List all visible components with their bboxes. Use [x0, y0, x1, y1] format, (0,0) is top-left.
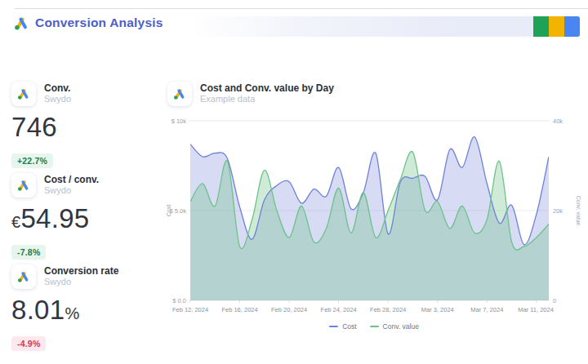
kpi-title: Conv. — [44, 82, 71, 94]
green-square — [533, 16, 549, 37]
chart-legend: Cost Conv. value — [163, 322, 585, 331]
x-axis-tick: Feb 20, 2024 — [271, 306, 307, 313]
header-accent-bar — [188, 16, 580, 37]
legend-label: Cost — [342, 322, 356, 331]
google-ads-icon — [11, 173, 36, 198]
kpi-value: 746 — [11, 112, 158, 146]
conv-value-legend-dash-icon — [370, 326, 379, 327]
legend-item-conv-value[interactable]: Conv. value — [370, 322, 419, 331]
x-axis-tick: Mar 11, 2024 — [518, 306, 554, 313]
y-axis-right-tick: 0 — [553, 297, 556, 304]
kpi-value-number: 8.01 — [11, 295, 65, 325]
conversion-analysis-page: Conversion Analysis Conv. Swydo 746 +22.… — [0, 0, 588, 364]
x-axis-tick: Feb 24, 2024 — [321, 306, 357, 313]
kpi-value-suffix: % — [65, 304, 79, 322]
y-axis-right-tick: 20k — [553, 207, 563, 215]
delta-badge: -7.8% — [11, 245, 46, 260]
y-axis-left-tick: $ 0.0 — [172, 297, 186, 304]
x-axis-tick: Feb 12, 2024 — [172, 306, 208, 313]
kpi-title: Cost / conv. — [44, 173, 99, 185]
kpi-value-number: 54.95 — [20, 203, 89, 233]
google-ads-icon — [11, 264, 36, 289]
google-ads-icon — [14, 16, 29, 31]
legend-label: Conv. value — [383, 322, 419, 331]
cost-legend-dash-icon — [329, 326, 338, 327]
y-axis-left-title: Cost — [166, 205, 172, 216]
page-title: Conversion Analysis — [35, 16, 163, 30]
google-ads-icon — [167, 82, 192, 106]
blue-square — [564, 16, 580, 37]
delta-badge: +22.7% — [11, 153, 53, 168]
kpi-value-number: 746 — [11, 112, 57, 142]
kpi-value-prefix: € — [11, 213, 20, 231]
kpi-value: €54.95 — [11, 203, 158, 237]
kpi-card-cost-per-conv: Cost / conv. Swydo €54.95 -7.8% — [11, 173, 158, 260]
legend-item-cost[interactable]: Cost — [329, 322, 356, 331]
report-header: Conversion Analysis — [0, 9, 588, 47]
x-axis-tick: Mar 3, 2024 — [421, 306, 454, 313]
x-axis-tick: Mar 7, 2024 — [470, 306, 503, 313]
kpi-card-conversion-rate: Conversion rate Swydo 8.01% -4.9% — [11, 264, 158, 351]
delta-badge: -4.9% — [11, 336, 46, 351]
kpi-title: Conversion rate — [44, 264, 118, 277]
y-axis-left-tick: $ 10k — [172, 118, 187, 125]
timeseries-chart: $ 0.0$ 5.0k$ 10k020k40kCostConv. valueFe… — [163, 114, 585, 320]
kpi-value: 8.01% — [11, 295, 158, 329]
yellow-square — [549, 16, 564, 37]
kpi-source: Swydo — [44, 277, 118, 287]
chart-subtitle: Example data — [200, 94, 334, 104]
chart-title: Cost and Conv. value by Day — [200, 82, 334, 94]
brand-color-squares — [533, 16, 580, 37]
y-axis-right-title: Conv. value — [576, 196, 581, 226]
x-axis-tick: Feb 16, 2024 — [221, 306, 257, 313]
y-axis-left-tick: $ 5.0k — [170, 207, 187, 215]
chart-header: Cost and Conv. value by Day Example data — [167, 82, 334, 106]
kpi-source: Swydo — [44, 185, 99, 196]
google-ads-icon — [11, 82, 36, 106]
kpi-card-conversions: Conv. Swydo 746 +22.7% — [11, 82, 158, 168]
kpi-source: Swydo — [44, 94, 71, 104]
chart-widget: Cost and Conv. value by Day Example data… — [163, 82, 585, 351]
y-axis-right-tick: 40k — [553, 118, 563, 125]
x-axis-tick: Feb 28, 2024 — [370, 306, 406, 313]
